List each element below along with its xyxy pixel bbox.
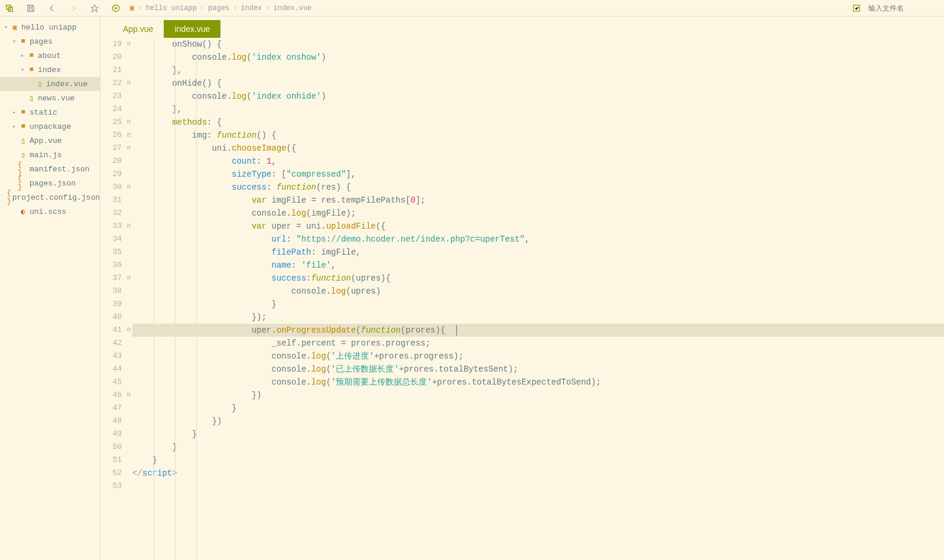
code-line[interactable]: sizeType: ["compressed"], [132,168,944,181]
code-line[interactable]: onShow() { [132,38,944,51]
tree-arrow-icon[interactable]: ▾ [19,66,26,73]
breadcrumb-item[interactable]: hello uniapp [145,4,196,12]
code-line[interactable]: filePath: imgFile, [132,246,944,259]
code-line[interactable]: }) [132,389,944,402]
breadcrumb-root-icon: ▣ [130,4,134,12]
code-line[interactable]: } [132,298,944,311]
back-icon[interactable] [47,4,57,13]
tree-item-label: static [30,108,57,117]
tree-item-label: unpackage [30,122,71,131]
tree-item-label: project.config.json [12,193,100,202]
code-line[interactable]: console.log('已上传数据长度'+prores.totalBytesS… [132,363,944,376]
sidebar: ▾▣hello uniapp▾■pages▸■about▾■index▯inde… [0,17,100,560]
tree-item-manifest-json[interactable]: { }manifest.json [0,162,100,176]
code-area[interactable]: 1920212223242526272829303132333435363738… [100,38,944,560]
tab-index-vue[interactable]: index.vue [164,20,220,38]
run-icon[interactable] [111,4,121,13]
tree-item-index[interactable]: ▾■index [0,63,100,77]
code-line[interactable]: img: function() { [132,129,944,142]
code-line[interactable]: success:function(upres){ [132,272,944,285]
tabs: App.vueindex.vue [100,17,944,38]
tab-app-vue[interactable]: App.vue [112,20,164,38]
code-line[interactable]: var imgFile = res.tempFilePaths[0]; [132,194,944,207]
editor-area: App.vueindex.vue 19202122232425262728293… [100,17,944,560]
code-line[interactable]: methods: { [132,116,944,129]
save-icon[interactable] [26,4,35,13]
tree-item-app-vue[interactable]: ▯App.vue [0,134,100,148]
tree-arrow-icon[interactable]: ▾ [11,38,18,45]
breadcrumb-item[interactable]: pages [208,4,229,12]
code-line[interactable]: }, [132,103,944,116]
preview-icon[interactable] [852,4,861,13]
tree-item-news-vue[interactable]: ▯news.vue [0,91,100,105]
chevron-right-icon: › [138,4,142,12]
tree-item-label: main.js [30,151,62,159]
tree-item-uni-scss[interactable]: ◐uni.scss [0,204,100,219]
gutter: 1920212223242526272829303132333435363738… [100,38,125,560]
tree-item-label: pages [30,37,53,46]
code-line[interactable]: console.log(upres) [132,285,944,298]
tree-item-unpackage[interactable]: ▸■unpackage [0,119,100,134]
code-line[interactable]: var uper = uni.uploadFile({ [132,220,944,233]
tree-item-project-config-json[interactable]: { }project.config.json [0,190,100,204]
breadcrumb: ▣ › hello uniapp › pages › index › index… [130,4,312,12]
tree-item-label: hello uniapp [21,23,77,32]
toolbar-left [5,4,121,13]
tree-item-pages[interactable]: ▾■pages [0,34,100,48]
tree-item-label: manifest.json [30,165,89,174]
tree-item-label: news.vue [38,94,74,103]
breadcrumb-item[interactable]: index [241,4,262,12]
code-line[interactable]: count: 1, [132,155,944,168]
chevron-right-icon: › [233,4,237,12]
tree-item-label: index [38,66,61,74]
code-line[interactable]: </script> [132,467,944,480]
toolbar: ▣ › hello uniapp › pages › index › index… [0,0,944,17]
code-line[interactable]: name: 'file', [132,259,944,272]
code-line[interactable]: success: function(res) { [132,181,944,194]
code[interactable]: onShow() { console.log('index onshow') }… [132,38,944,560]
tree-item-label: about [38,51,61,60]
code-line[interactable]: console.log(imgFile); [132,207,944,220]
tree-item-pages-json[interactable]: { }pages.json [0,176,100,190]
code-line[interactable]: } [132,454,944,467]
code-line[interactable]: console.log('index onhide') [132,90,944,103]
forward-icon[interactable] [69,4,78,13]
tree-item-static[interactable]: ▸■static [0,105,100,119]
code-line[interactable]: console.log('预期需要上传数据总长度'+prores.totalBy… [132,376,944,389]
tree-arrow-icon[interactable]: ▸ [11,123,18,130]
code-line[interactable]: console.log('index onshow') [132,51,944,64]
tree-item-about[interactable]: ▸■about [0,48,100,63]
tree-item-label: index.vue [46,80,87,89]
chevron-right-icon: › [265,4,270,12]
tree-item-main-js[interactable]: ▯main.js [0,148,100,162]
tree-item-index-vue[interactable]: ▯index.vue [0,77,100,91]
breadcrumb-item[interactable]: index.vue [274,4,312,12]
code-line[interactable]: } [132,428,944,441]
code-line[interactable]: } [132,441,944,454]
text-cursor [456,325,457,336]
collapse-icon[interactable] [5,4,14,13]
gutter-fold: ⊟⊟⊟⊟⊟⊟⊟⊟⊟⊟ [125,38,132,560]
chevron-right-icon: › [200,4,205,12]
tree-arrow-icon[interactable]: ▸ [19,52,26,59]
toolbar-right [852,4,939,13]
tree-item-label: pages.json [30,179,76,188]
star-icon[interactable] [90,4,99,13]
tree-arrow-icon[interactable]: ▸ [11,109,18,116]
search-input[interactable] [868,4,939,12]
code-line[interactable]: }, [132,64,944,77]
code-line[interactable]: }); [132,311,944,324]
code-line[interactable] [132,480,944,493]
tree-arrow-icon[interactable]: ▾ [2,24,9,31]
code-line[interactable]: onHide() { [132,77,944,90]
main: ▾▣hello uniapp▾■pages▸■about▾■index▯inde… [0,17,944,560]
code-line[interactable]: uper.onProgressUpdate(function(prores){ [132,324,944,337]
code-line[interactable]: url: "https://demo.hcoder.net/index.php?… [132,233,944,246]
code-line[interactable]: uni.chooseImage({ [132,142,944,155]
code-line[interactable]: }) [132,415,944,428]
code-line[interactable]: _self.percent = prores.progress; [132,337,944,350]
tree-item-label: uni.scss [30,207,66,216]
code-line[interactable]: } [132,402,944,415]
code-line[interactable]: console.log('上传进度'+prores.progress); [132,350,944,363]
tree-item-hello-uniapp[interactable]: ▾▣hello uniapp [0,20,100,34]
